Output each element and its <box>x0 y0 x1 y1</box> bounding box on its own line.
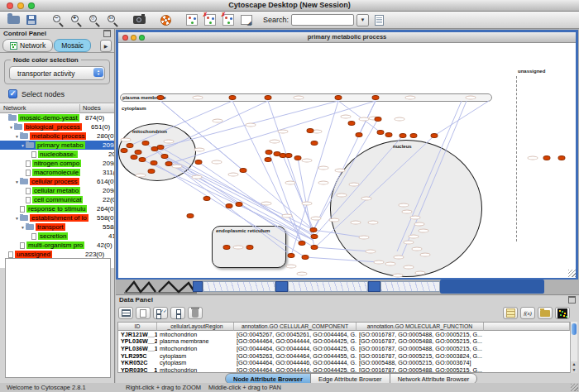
network-node[interactable] <box>165 161 173 166</box>
table-row[interactable]: YKR052Ccytoplasm[GO:0044464, GO:0044446,… <box>118 359 570 366</box>
network-node[interactable] <box>157 95 165 100</box>
snapshot-button[interactable] <box>131 13 147 27</box>
expander-icon[interactable]: ▼ <box>14 179 20 184</box>
network-node[interactable] <box>229 95 237 100</box>
tree-row[interactable]: ▼biological_process651(0) <box>0 122 114 131</box>
delete-attribute-button[interactable] <box>188 307 203 319</box>
background-window[interactable] <box>203 281 275 292</box>
matrix-button[interactable] <box>555 307 570 319</box>
network-node[interactable] <box>285 153 293 158</box>
table-column-header[interactable]: _cellularLayoutRegion <box>157 323 234 331</box>
tree-row[interactable]: ▼transport558(0) <box>0 222 114 232</box>
network-node[interactable] <box>139 157 146 162</box>
create-attribute-button[interactable] <box>136 307 151 319</box>
network-node[interactable] <box>348 121 356 126</box>
search-options-button[interactable] <box>375 15 384 26</box>
background-window[interactable] <box>193 281 203 292</box>
destroy-view-button[interactable]: ✗ <box>202 13 218 27</box>
tab-network[interactable]: Network <box>2 39 53 52</box>
table-column-header[interactable]: ID <box>118 323 157 331</box>
window-resize-grip[interactable] <box>571 384 578 391</box>
network-node[interactable] <box>307 128 314 133</box>
background-window[interactable] <box>288 281 368 292</box>
save-session-button[interactable] <box>23 13 40 27</box>
view-resize-grip[interactable] <box>568 270 576 277</box>
network-node[interactable] <box>161 154 169 159</box>
open-session-button[interactable] <box>5 13 22 27</box>
network-node[interactable] <box>356 132 363 137</box>
network-node[interactable] <box>385 132 393 137</box>
tree-row[interactable]: multi-organism pro42(0) <box>0 241 114 250</box>
formula-button[interactable]: f(x) <box>520 307 535 319</box>
network-node[interactable] <box>431 133 438 138</box>
table-row[interactable]: YLR295Ccytoplasm[GO:0045263, GO:0044464,… <box>118 352 570 360</box>
network-node[interactable] <box>121 148 128 153</box>
network-node[interactable] <box>240 168 247 173</box>
table-scrollbar[interactable]: ▲▼ <box>570 322 577 373</box>
tree-row[interactable]: cellular metabo209(0) <box>0 186 114 195</box>
tree-row[interactable]: ▼metabolic process280(0) <box>0 131 114 141</box>
float-panel-icon[interactable] <box>568 296 576 304</box>
import-attributes-button[interactable] <box>538 307 553 319</box>
birds-eye-view[interactable] <box>5 258 111 378</box>
tree-row[interactable]: nucleobase-209(0) <box>0 150 114 159</box>
create-view-button[interactable] <box>184 13 200 27</box>
attribute-batch-button[interactable] <box>503 307 518 319</box>
network-node[interactable] <box>302 255 309 260</box>
search-input[interactable] <box>291 14 354 26</box>
network-node[interactable] <box>543 155 551 160</box>
node-color-dropdown[interactable]: transporter activity ▲▼ <box>9 66 105 80</box>
tree-row[interactable]: nitrogen compo209(0) <box>0 159 114 168</box>
background-window[interactable] <box>380 281 440 292</box>
network-node[interactable] <box>223 245 231 250</box>
network-node[interactable] <box>142 141 150 146</box>
tree-row[interactable]: mosaic-demo-yeast874(0) <box>0 113 114 122</box>
tree-row[interactable]: secretion41(0) <box>0 232 114 241</box>
zoom-fit-button[interactable]: 1:1 <box>104 13 121 27</box>
network-node[interactable] <box>372 95 380 100</box>
float-panel-icon[interactable] <box>103 30 111 37</box>
network-node[interactable] <box>311 234 318 239</box>
tree-row[interactable]: ▼primary metabo209(... <box>0 141 114 150</box>
select-attributes-button[interactable] <box>153 307 168 319</box>
network-node[interactable] <box>157 145 165 150</box>
network-node[interactable] <box>265 157 272 162</box>
window-titlebar[interactable]: Cytoscape Desktop (New Session) <box>0 0 579 12</box>
tree-row[interactable]: ▼establishment of lo558(0) <box>0 213 114 222</box>
attribute-table-button[interactable] <box>118 307 133 319</box>
expander-icon[interactable]: ▼ <box>14 216 20 221</box>
network-node[interactable] <box>266 150 273 155</box>
select-nodes-checkbox[interactable]: ✓ <box>8 89 17 98</box>
network-node[interactable] <box>299 241 306 246</box>
network-node[interactable] <box>294 155 302 160</box>
tree-row[interactable]: response to stimulu264(0) <box>0 204 114 213</box>
zoom-in-button[interactable]: + <box>68 13 84 27</box>
expander-icon[interactable]: ▼ <box>14 134 20 139</box>
network-node[interactable] <box>311 141 318 146</box>
zoom-selected-button[interactable]: ▢ <box>86 13 103 27</box>
destroy-network-button[interactable]: ✗ <box>220 13 237 27</box>
network-node[interactable] <box>151 160 158 165</box>
scrollbar-arrows[interactable]: ▲▼ <box>571 361 577 373</box>
network-node[interactable] <box>148 169 156 174</box>
tree-col-network[interactable]: Network <box>0 104 80 112</box>
network-node[interactable] <box>400 133 407 138</box>
network-node[interactable] <box>375 117 382 122</box>
network-window[interactable]: primary metabolic process plasma membran… <box>116 30 578 280</box>
network-window-titlebar[interactable]: primary metabolic process <box>118 32 576 43</box>
network-node[interactable] <box>335 95 342 100</box>
annotation-button[interactable] <box>238 13 255 27</box>
background-window[interactable] <box>368 281 380 292</box>
table-row[interactable]: YPL036W__2plasma membrane[GO:0044464, GO… <box>118 338 570 346</box>
network-node[interactable] <box>311 245 318 250</box>
table-column-header[interactable]: annotation.GO MOLECULAR_FUNCTION <box>356 323 484 331</box>
network-node[interactable] <box>131 155 138 160</box>
network-node[interactable] <box>135 150 142 155</box>
table-column-header[interactable]: annotation.GO CELLULAR_COMPONENT <box>234 323 356 331</box>
tree-row[interactable]: macromolecule311(0) <box>0 168 114 177</box>
scrollbar-thumb[interactable] <box>572 323 577 335</box>
network-node[interactable] <box>127 143 134 148</box>
network-node[interactable] <box>203 196 211 201</box>
background-window[interactable] <box>440 280 544 294</box>
network-node[interactable] <box>265 95 272 100</box>
